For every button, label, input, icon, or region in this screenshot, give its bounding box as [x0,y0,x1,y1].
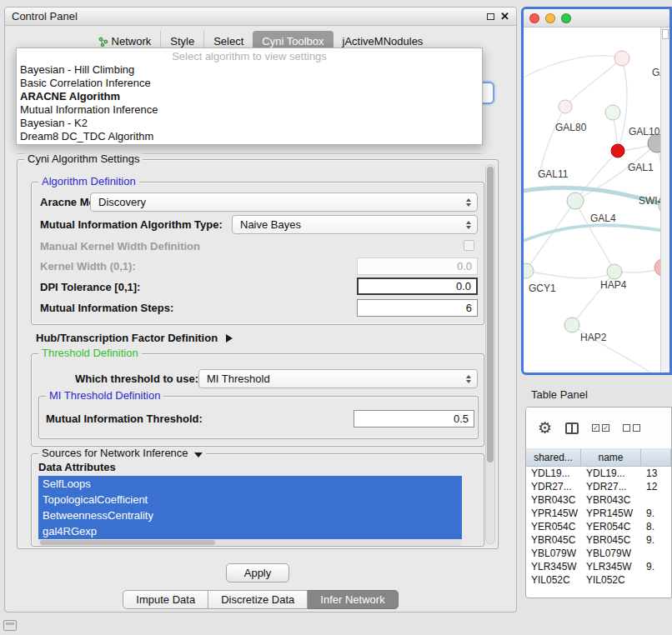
node-hap2[interactable] [564,318,579,332]
network-vscrollbar-box[interactable] [662,29,669,39]
table-row[interactable]: YBL079WYBL079W [526,547,671,560]
mi-type-combobox[interactable]: Naive Bayes [232,215,478,234]
columns-icon[interactable] [565,422,579,434]
cell: YBR043C [526,493,581,507]
table-row[interactable]: YBR045CYBR045C9. [526,533,671,547]
column-header-cut[interactable] [641,449,671,466]
cell: 8. [641,520,671,533]
cell [641,493,671,507]
cell: YDR27... [581,480,641,493]
cyni-algorithm-settings-group: Cyni Algorithm Settings Algorithm Defini… [17,159,499,549]
network-vscrollbar[interactable] [660,28,669,372]
apply-button[interactable]: Apply [226,563,289,582]
minimized-panel-icon[interactable] [3,620,17,631]
table-row[interactable]: YDR27...YDR27...12 [526,480,671,493]
close-traffic-light-icon[interactable] [529,13,539,23]
attribute-list-item[interactable]: BetweennessCentrality [38,508,462,523]
apply-button-label: Apply [244,567,272,579]
table-row[interactable]: YER054CYER054C8. [526,520,671,533]
column-header-shared-name[interactable]: shared... [526,449,581,466]
minimize-traffic-light-icon[interactable] [545,13,555,23]
dropdown-item[interactable]: Dream8 DC_TDC Algorithm [17,130,482,143]
cell: 9. [641,560,671,573]
node-hap4[interactable] [607,264,622,279]
tab-cyni-toolbox-label: Cyni Toolbox [262,35,323,48]
zoom-traffic-light-icon[interactable] [561,13,571,23]
cell [641,573,671,587]
tab-jactivemnodules-label: jActiveMNodules [343,35,424,48]
network-view-window: GAL GAL80 GAL10 GAL11 GAL1 SWI4 GAL4 GCY… [521,7,672,375]
dropdown-item[interactable]: Bayesian - Hill Climbing [17,63,482,77]
node-faint-pink[interactable] [559,100,572,113]
settings-scrollbar[interactable] [485,164,495,544]
cell: YDL19... [526,467,581,480]
dropdown-item-selected[interactable]: ARACNE Algorithm [17,90,482,103]
attribute-list-item[interactable]: TopologicalCoefficient [38,492,462,508]
mi-threshold-label: Mutual Information Threshold: [46,412,203,425]
mi-threshold-field[interactable]: 0.5 [354,410,474,428]
collapse-down-icon[interactable] [194,452,203,458]
manual-kernel-label: Manual Kernel Width Definition [40,240,200,252]
cell: YPR145W [526,507,581,520]
kernel-width-value: 0.0 [457,260,472,272]
attribute-list-item[interactable]: SelfLoops [38,476,462,492]
tab-infer-network[interactable]: Infer Network [308,590,398,609]
node-gcy1[interactable] [524,263,534,278]
unchecked-box-icon [623,424,630,432]
which-threshold-combobox[interactable]: MI Threshold [198,369,478,388]
which-threshold-label: Which threshold to use: [75,372,198,385]
manual-kernel-checkbox[interactable] [464,240,474,251]
tab-infer-network-label: Infer Network [320,593,384,606]
cell: YBR043C [581,493,641,507]
network-window-titlebar[interactable] [524,9,669,28]
dropdown-item[interactable]: Mutual Information Inference [17,103,482,117]
table-row[interactable]: YBR043CYBR043C [526,493,671,507]
dpi-tolerance-field[interactable]: 0.0 [357,278,478,295]
node-pale-pink[interactable] [614,51,629,66]
settings-scrollbar-thumb[interactable] [487,167,494,462]
tab-discretize-data[interactable]: Discretize Data [208,590,308,609]
network-labels: GAL GAL80 GAL10 GAL11 GAL1 SWI4 GAL4 GCY… [529,67,669,343]
attribute-list-item[interactable]: gal4RGexp [38,523,462,539]
cell: 9. [641,507,671,520]
float-window-icon[interactable] [487,13,494,20]
deselect-all-boxes-icon[interactable] [623,424,640,432]
aracne-mode-combobox[interactable]: Discovery [90,192,478,212]
control-panel-title: Control Panel [12,10,78,22]
label-gal4: GAL4 [590,212,616,224]
cell: YDL19... [581,467,641,480]
gear-icon[interactable]: ⚙ [538,420,552,436]
dropdown-item[interactable]: Bayesian - K2 [17,117,482,130]
select-all-checks-icon[interactable]: ✓✓ [592,424,609,432]
dropdown-item[interactable]: Basic Correlation Inference [17,77,482,90]
attribute-list-hscrollbar[interactable] [38,539,462,546]
table-row[interactable]: YIL052CYIL052C [526,573,671,587]
control-panel-window: Control Panel ✕ Network Style Select Cyn… [4,7,517,612]
cell: YIL052C [581,573,641,587]
close-icon[interactable]: ✕ [500,12,509,22]
node-pale-green-top[interactable] [605,105,620,120]
dpi-tolerance-value: 0.0 [456,280,471,292]
tab-discretize-data-label: Discretize Data [221,593,294,606]
mi-steps-field[interactable]: 6 [357,299,478,317]
threshold-definition-group: Threshold Definition Which threshold to … [31,353,484,447]
network-canvas[interactable]: GAL GAL80 GAL10 GAL11 GAL1 SWI4 GAL4 GCY… [524,28,669,372]
mi-type-label: Mutual Information Algorithm Type: [40,218,223,231]
attribute-list-hscrollbar-thumb[interactable] [40,540,215,545]
table-row[interactable]: YDL19...YDL19...13 [526,467,671,480]
table-row[interactable]: YPR145WYPR145W9. [526,507,671,520]
node-gal4[interactable] [567,192,584,209]
cell: YLR345W [526,560,581,573]
node-red[interactable] [611,144,624,158]
chevron-updown-icon [466,221,471,229]
hub-definition-toggle[interactable]: Hub/Transcription Factor Definition [36,332,233,344]
tab-impute-data[interactable]: Impute Data [123,590,208,609]
kernel-width-field[interactable]: 0.0 [357,258,478,275]
column-header-name[interactable]: name [581,449,641,466]
cyni-mode-tabs: Impute Data Discretize Data Infer Networ… [5,590,516,609]
data-attributes-label: Data Attributes [38,461,116,473]
table-panel-window: ⚙ ✓✓ shared... name YDL19...YDL19...13 Y… [525,407,672,598]
control-panel-titlebar[interactable]: Control Panel ✕ [5,8,516,26]
mi-type-value: Naive Bayes [240,218,301,231]
table-row[interactable]: YLR345WYLR345W9. [526,560,671,573]
